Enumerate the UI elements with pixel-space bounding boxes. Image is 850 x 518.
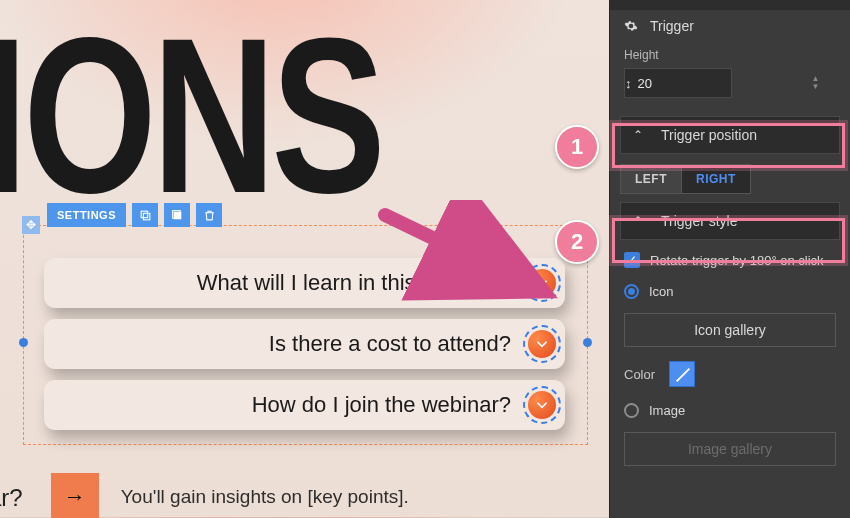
- position-segmented: LEFT RIGHT: [620, 164, 840, 194]
- position-left[interactable]: LEFT: [620, 164, 682, 194]
- bottom-preview: าar? → You'll gain insights on [key poin…: [0, 473, 409, 518]
- accordion-row[interactable]: What will I learn in this webinar?: [44, 258, 565, 308]
- accordion-trigger-icon[interactable]: [528, 269, 556, 297]
- radio-selected-icon[interactable]: [624, 284, 639, 299]
- height-label: Height: [624, 48, 836, 62]
- annotation-badge-1: 1: [555, 125, 599, 169]
- annotation-highlight-2: [612, 218, 845, 263]
- trash-icon[interactable]: [196, 203, 222, 227]
- accordion-row[interactable]: Is there a cost to attend?: [44, 319, 565, 369]
- preview-title-fragment: าar?: [0, 478, 23, 517]
- color-row: Color: [610, 353, 850, 395]
- accordion-trigger-icon[interactable]: [528, 391, 556, 419]
- color-swatch[interactable]: [669, 361, 695, 387]
- copy-icon[interactable]: [132, 203, 158, 227]
- color-label: Color: [624, 367, 655, 382]
- accordion-question: How do I join the webinar?: [252, 392, 511, 418]
- settings-button[interactable]: SETTINGS: [47, 203, 126, 227]
- icon-gallery-button[interactable]: Icon gallery: [624, 313, 836, 347]
- type-icon-row[interactable]: Icon: [610, 276, 850, 307]
- preview-body: You'll gain insights on [key points].: [121, 486, 409, 508]
- accordion-question: What will I learn in this webinar?: [197, 270, 511, 296]
- type-icon-label: Icon: [649, 284, 674, 299]
- move-handle-icon[interactable]: ✥: [22, 216, 40, 234]
- svg-rect-0: [143, 213, 150, 220]
- radio-unselected-icon[interactable]: [624, 403, 639, 418]
- element-toolbar: SETTINGS: [47, 203, 222, 227]
- position-right[interactable]: RIGHT: [682, 164, 751, 194]
- arrow-icon[interactable]: →: [51, 473, 99, 518]
- accordion-row[interactable]: How do I join the webinar?: [44, 380, 565, 430]
- accordion-trigger-icon[interactable]: [528, 330, 556, 358]
- type-image-row[interactable]: Image: [610, 395, 850, 426]
- layer-icon[interactable]: [164, 203, 190, 227]
- annotation-highlight-1: [612, 123, 845, 168]
- resize-handle-left[interactable]: [19, 338, 28, 347]
- height-value[interactable]: [632, 76, 812, 91]
- svg-rect-1: [141, 211, 148, 218]
- resize-handle-right[interactable]: [583, 338, 592, 347]
- height-field: Height ↕ ▲▼: [610, 42, 850, 108]
- gear-icon: [624, 19, 638, 33]
- spinner-buttons[interactable]: ▲▼: [812, 75, 820, 91]
- annotation-badge-2: 2: [555, 220, 599, 264]
- image-gallery-button: Image gallery: [624, 432, 836, 466]
- type-image-label: Image: [649, 403, 685, 418]
- panel-title: Trigger: [650, 18, 694, 34]
- panel-header: Trigger: [610, 10, 850, 42]
- accordion-question: Is there a cost to attend?: [269, 331, 511, 357]
- editor-canvas[interactable]: TIONS ✥ SETTINGS What will I learn in th…: [0, 0, 609, 518]
- height-input[interactable]: ↕ ▲▼: [624, 68, 732, 98]
